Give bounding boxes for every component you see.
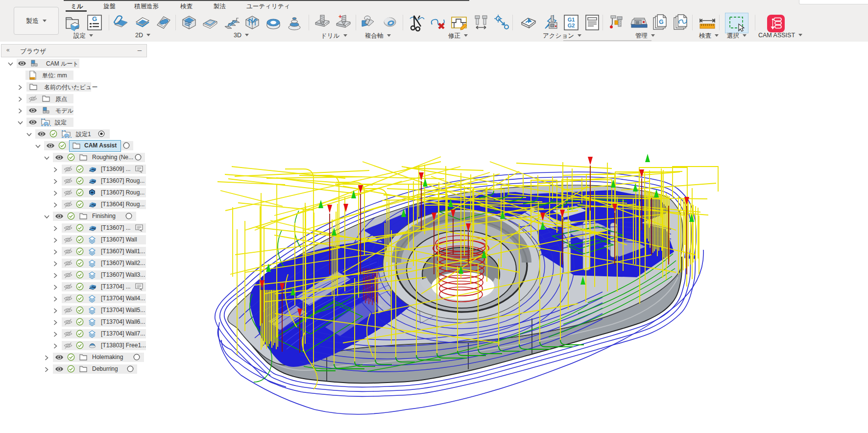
svg-text:+: + xyxy=(338,14,342,20)
svg-text:G1: G1 xyxy=(568,17,575,23)
svg-text:G2: G2 xyxy=(568,23,575,28)
svg-text:G: G xyxy=(92,15,97,23)
svg-text:G: G xyxy=(659,19,663,25)
